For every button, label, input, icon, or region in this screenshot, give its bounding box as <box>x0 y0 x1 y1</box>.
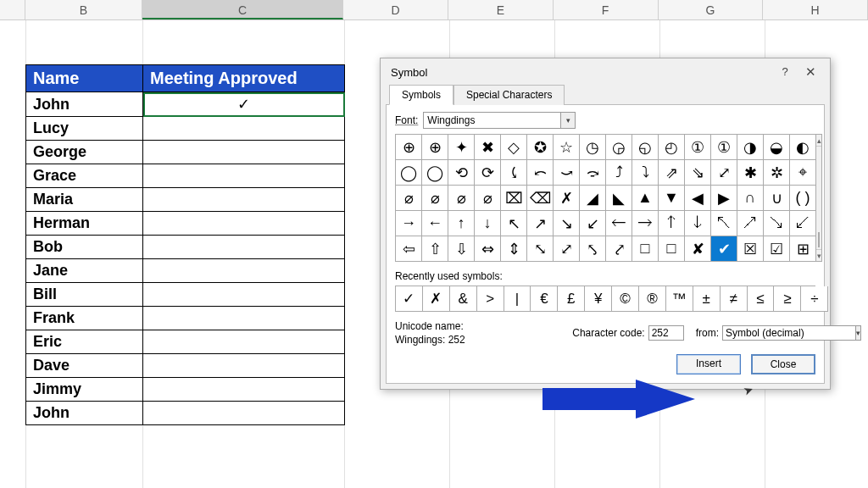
name-cell[interactable]: George <box>26 141 143 164</box>
symbol-cell[interactable]: ▲ <box>632 186 659 211</box>
symbol-cell[interactable]: ⇧ <box>422 236 448 262</box>
symbol-cell[interactable]: ⤹ <box>501 160 527 186</box>
symbol-cell[interactable]: ⤢ <box>711 160 737 186</box>
recent-symbol-cell[interactable]: ≠ <box>721 286 748 312</box>
symbol-cell[interactable]: ◵ <box>632 135 659 160</box>
symbol-cell[interactable]: ⤣ <box>580 236 606 262</box>
symbol-cell[interactable]: ◇ <box>501 135 527 160</box>
symbol-cell[interactable]: ⇩ <box>448 236 475 262</box>
col-header-d[interactable]: D <box>343 0 448 19</box>
symbol-cell[interactable]: ⌫ <box>527 186 554 211</box>
recent-symbol-cell[interactable]: ¥ <box>585 286 612 312</box>
approved-cell[interactable] <box>143 259 345 283</box>
approved-cell[interactable] <box>143 236 345 259</box>
name-cell[interactable]: Lucy <box>26 117 143 141</box>
symbol-cell[interactable]: ⌀ <box>475 186 501 211</box>
symbol-cell[interactable]: ⤴ <box>606 160 632 186</box>
symbol-cell[interactable]: ☆ <box>554 135 580 160</box>
name-cell[interactable]: Eric <box>26 330 143 354</box>
tab-symbols[interactable]: Symbols <box>389 85 453 105</box>
symbol-scrollbar[interactable]: ▴ ▾ <box>816 134 822 262</box>
scroll-down-icon[interactable]: ▾ <box>816 249 821 261</box>
from-input[interactable] <box>722 325 855 341</box>
symbol-cell[interactable]: ✗ <box>554 186 580 211</box>
col-header-h[interactable]: H <box>763 0 868 19</box>
symbol-cell[interactable]: ◷ <box>580 135 606 160</box>
symbol-cell[interactable]: ⤡ <box>527 236 554 262</box>
symbol-cell[interactable]: ✘ <box>685 236 711 262</box>
recent-symbol-cell[interactable]: ± <box>693 286 721 312</box>
data-table[interactable]: Name Meeting Approved John✓LucyGeorgeGra… <box>25 64 345 425</box>
dialog-titlebar[interactable]: Symbol ? ✕ <box>381 58 830 84</box>
char-code-input[interactable] <box>648 325 684 341</box>
recent-symbol-cell[interactable]: ™ <box>666 286 693 312</box>
symbol-cell[interactable]: 🡖 <box>764 211 790 236</box>
symbol-cell[interactable]: □ <box>659 236 685 262</box>
col-header-e[interactable]: E <box>448 0 554 19</box>
approved-cell[interactable]: ✓ <box>143 92 345 117</box>
font-select[interactable]: ▾ <box>423 112 576 129</box>
symbol-cell[interactable]: ⇗ <box>659 160 685 186</box>
symbol-cell[interactable]: ⤺ <box>527 160 554 186</box>
recent-symbol-cell[interactable]: | <box>504 286 531 312</box>
recent-symbol-cell[interactable]: ≥ <box>774 286 801 312</box>
approved-cell[interactable] <box>143 307 345 330</box>
symbol-cell[interactable]: 🡗 <box>790 211 816 236</box>
approved-cell[interactable] <box>143 330 345 354</box>
symbol-cell[interactable]: ◶ <box>606 135 632 160</box>
col-header-a[interactable] <box>0 0 25 19</box>
symbol-cell[interactable]: → <box>396 211 422 236</box>
symbol-cell[interactable]: ← <box>422 211 448 236</box>
name-cell[interactable]: Herman <box>26 212 143 236</box>
name-cell[interactable]: John <box>26 92 143 117</box>
symbol-cell[interactable]: ⌀ <box>422 186 448 211</box>
col-header-b[interactable]: B <box>25 0 142 19</box>
symbol-grid[interactable]: ⊕⊕✦✖◇✪☆◷◶◵◴①①◑◒◐◯◯⟲⟳⤹⤺⤻⤼⤴⤵⇗⇘⤢✱✲⌖⌀⌀⌀⌀⌧⌫✗◢… <box>395 134 816 262</box>
symbol-cell[interactable]: ⌀ <box>396 186 422 211</box>
symbol-cell[interactable]: ↓ <box>475 211 501 236</box>
header-approved[interactable]: Meeting Approved <box>143 65 345 92</box>
name-cell[interactable]: Grace <box>26 164 143 188</box>
symbol-cell[interactable]: ◯ <box>396 160 422 186</box>
symbol-cell[interactable]: ✦ <box>448 135 475 160</box>
name-cell[interactable]: John <box>26 402 143 425</box>
close-button[interactable]: Close <box>751 354 815 374</box>
recent-symbol-cell[interactable]: ✗ <box>423 286 450 312</box>
symbol-cell[interactable]: ⤵ <box>632 160 659 186</box>
symbol-cell[interactable]: 🡑 <box>659 211 685 236</box>
recent-symbol-cell[interactable]: € <box>531 286 558 312</box>
scroll-thumb[interactable] <box>818 232 820 247</box>
symbol-cell[interactable]: 🡕 <box>737 211 764 236</box>
col-header-f[interactable]: F <box>554 0 659 19</box>
symbol-cell[interactable]: ✪ <box>527 135 554 160</box>
symbol-cell[interactable]: ⇔ <box>475 236 501 262</box>
symbol-cell[interactable]: □ <box>632 236 659 262</box>
approved-cell[interactable] <box>143 354 345 378</box>
symbol-cell[interactable]: ⇕ <box>501 236 527 262</box>
approved-cell[interactable] <box>143 212 345 236</box>
symbol-cell[interactable]: ∪ <box>764 186 790 211</box>
symbol-cell[interactable]: ∩ <box>737 186 764 211</box>
symbol-cell[interactable]: ▼ <box>659 186 685 211</box>
chevron-down-icon[interactable]: ▾ <box>855 325 861 341</box>
symbol-cell[interactable]: ⤼ <box>580 160 606 186</box>
help-button[interactable]: ? <box>772 64 798 80</box>
symbol-cell[interactable]: ⊕ <box>422 135 448 160</box>
symbol-cell[interactable]: ▶ <box>711 186 737 211</box>
name-cell[interactable]: Maria <box>26 188 143 212</box>
symbol-cell[interactable]: ◀ <box>685 186 711 211</box>
recent-symbol-cell[interactable]: © <box>612 286 639 312</box>
symbol-cell[interactable]: ✱ <box>737 160 764 186</box>
recent-symbol-cell[interactable]: ® <box>639 286 666 312</box>
recent-symbol-cell[interactable]: & <box>450 286 477 312</box>
col-header-g[interactable]: G <box>659 0 764 19</box>
recent-symbol-cell[interactable]: £ <box>558 286 585 312</box>
symbol-cell[interactable]: ⌖ <box>790 160 816 186</box>
scroll-up-icon[interactable]: ▴ <box>816 135 821 147</box>
symbol-cell[interactable]: ⊞ <box>790 236 816 262</box>
col-header-c[interactable]: C <box>142 0 344 19</box>
name-cell[interactable]: Jane <box>26 259 143 283</box>
symbol-cell[interactable]: ↙ <box>580 211 606 236</box>
symbol-cell[interactable]: ◑ <box>737 135 764 160</box>
symbol-cell[interactable]: ◒ <box>764 135 790 160</box>
